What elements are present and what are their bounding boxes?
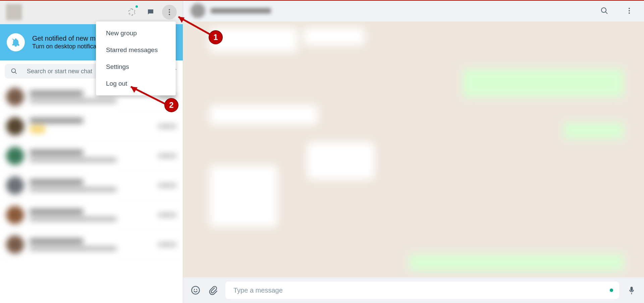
emoji-button[interactable] [191, 285, 201, 295]
message-composer: Type a message [183, 277, 644, 303]
emoji-icon [191, 286, 200, 295]
status-button[interactable] [124, 5, 139, 19]
menu-starred-messages[interactable]: Starred messages [96, 42, 176, 58]
kebab-menu-icon [165, 8, 173, 16]
chat-more-button[interactable] [622, 3, 637, 18]
menu-new-group[interactable]: New group [96, 25, 176, 42]
chat-list-item[interactable] [0, 141, 183, 171]
chat-avatar [6, 176, 24, 194]
conversation-title-blurred[interactable] [211, 8, 271, 13]
paperclip-icon [208, 286, 218, 295]
chat-list-item[interactable] [0, 112, 183, 141]
status-ring-icon [128, 8, 136, 16]
chat-avatar [6, 117, 24, 135]
message-input-placeholder: Type a message [233, 287, 283, 294]
svg-point-8 [196, 289, 197, 290]
menu-settings[interactable]: Settings [96, 58, 176, 75]
sidebar-header-actions [124, 5, 177, 19]
search-placeholder: Search or start new chat [27, 68, 92, 75]
chat-list-blurred [0, 82, 183, 303]
svg-point-2 [169, 14, 170, 15]
search-icon [600, 7, 608, 15]
bell-off-icon [11, 38, 20, 47]
svg-point-1 [169, 11, 170, 13]
chat-list-item[interactable] [0, 171, 183, 200]
attach-button[interactable] [208, 285, 218, 295]
chat-search-button[interactable] [597, 3, 612, 18]
svg-point-5 [629, 12, 630, 14]
search-icon [11, 68, 17, 75]
chat-pane: Type a message [183, 0, 644, 303]
kebab-menu-icon [625, 7, 633, 15]
chat-header-actions [597, 3, 637, 18]
svg-point-7 [194, 289, 195, 290]
svg-point-6 [192, 286, 199, 294]
more-options-button[interactable] [162, 5, 177, 19]
menu-log-out[interactable]: Log out [96, 75, 176, 92]
microphone-icon [627, 286, 636, 295]
annotation-top-border [0, 0, 644, 1]
my-avatar[interactable] [6, 4, 22, 20]
chat-avatar [6, 147, 24, 165]
chat-avatar [6, 206, 24, 224]
messages-area-blurred[interactable] [183, 21, 644, 277]
chat-header [183, 0, 644, 21]
svg-point-0 [169, 9, 170, 10]
typing-indicator-dot [610, 289, 613, 292]
new-chat-button[interactable] [143, 5, 158, 19]
voice-record-button[interactable] [627, 285, 637, 295]
chat-avatar [6, 235, 24, 254]
chat-list-item[interactable] [0, 200, 183, 230]
notification-bell-wrap [7, 33, 25, 51]
chat-avatar [6, 88, 24, 106]
left-sidebar: Get notified of new messages Turn on des… [0, 0, 183, 303]
chat-bubble-icon [147, 8, 155, 16]
more-options-menu: New group Starred messages Settings Log … [96, 21, 176, 95]
message-input[interactable]: Type a message [225, 282, 619, 299]
svg-point-3 [629, 8, 630, 9]
app-root: Get notified of new messages Turn on des… [0, 0, 644, 303]
sidebar-header [0, 0, 183, 24]
svg-point-4 [629, 10, 630, 11]
chat-list-item[interactable] [0, 230, 183, 259]
conversation-avatar[interactable] [191, 3, 205, 18]
